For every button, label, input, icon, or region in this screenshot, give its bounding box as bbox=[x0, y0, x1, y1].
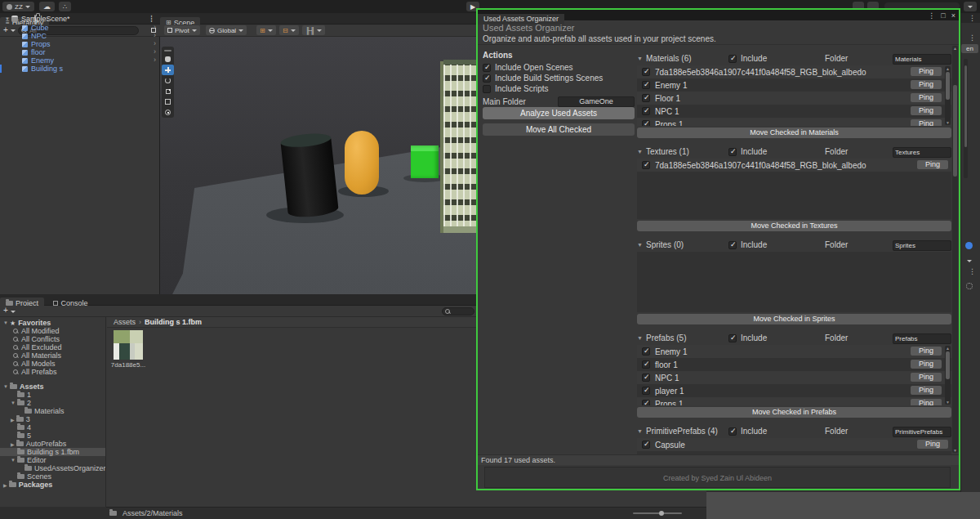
asset-row-enemy-1[interactable]: Enemy 1Ping bbox=[637, 345, 951, 358]
drag-handle[interactable] bbox=[164, 50, 172, 51]
asset-row-capsule[interactable]: CapsulePing bbox=[637, 438, 951, 451]
layout-dropdown[interactable] bbox=[964, 2, 977, 11]
thumbnail-zoom-slider[interactable] bbox=[633, 512, 682, 514]
inspector-scrollbar[interactable] bbox=[964, 59, 968, 178]
tree-item-4[interactable]: 4 bbox=[0, 423, 105, 432]
chevron-right-icon[interactable]: › bbox=[154, 56, 156, 64]
list-scrollbar[interactable]: ▲▼ bbox=[945, 346, 951, 405]
foldout-down-icon[interactable]: ▼ bbox=[11, 458, 16, 463]
include-checkbox[interactable] bbox=[728, 427, 737, 436]
scale-tool-button[interactable] bbox=[162, 86, 174, 96]
asset-row-floor-1[interactable]: floor 1Ping bbox=[637, 358, 951, 371]
menu-icon[interactable]: ⋮ bbox=[969, 268, 976, 275]
tree-item-scenes[interactable]: Scenes bbox=[0, 472, 105, 481]
checkbox[interactable] bbox=[642, 81, 650, 89]
action-include-open-scenes[interactable]: Include Open Scenes bbox=[483, 62, 635, 73]
hierarchy-item-npc[interactable]: NPC› bbox=[0, 32, 159, 40]
measure-dropdown[interactable]: ╟╢ bbox=[302, 25, 325, 35]
asset-row-props-1[interactable]: Props 1Ping bbox=[637, 397, 951, 405]
menu-icon[interactable]: ⋮ bbox=[969, 34, 976, 42]
checkbox[interactable] bbox=[483, 64, 491, 72]
foldout-down-icon[interactable]: ▼ bbox=[637, 149, 643, 154]
chevron-right-icon[interactable]: › bbox=[154, 23, 156, 31]
ping-button[interactable]: Ping bbox=[917, 160, 948, 169]
action-include-build-settings-scenes[interactable]: Include Build Settings Scenes bbox=[483, 73, 635, 83]
scene-menu-icon[interactable]: ⋮ bbox=[148, 16, 155, 23]
open-button-partial[interactable]: en bbox=[961, 44, 978, 53]
move-checked-button-materials-6[interactable]: Move Checked in Materials bbox=[637, 128, 951, 138]
ping-button[interactable]: Ping bbox=[911, 106, 942, 115]
account-button[interactable]: ZZ bbox=[2, 2, 34, 11]
checkbox[interactable] bbox=[642, 120, 650, 126]
slider-knob[interactable] bbox=[659, 511, 664, 516]
scroll-down-icon[interactable]: ▼ bbox=[952, 448, 958, 453]
ping-button[interactable]: Ping bbox=[911, 80, 942, 89]
foldout-down-icon[interactable]: ▼ bbox=[637, 428, 643, 434]
add-button[interactable]: + bbox=[3, 306, 8, 315]
foldout-down-icon[interactable]: ▼ bbox=[5, 16, 10, 21]
include-checkbox[interactable] bbox=[728, 55, 737, 63]
foldout-down-icon[interactable]: ▼ bbox=[637, 335, 643, 341]
packages-root[interactable]: ▶ Packages bbox=[0, 481, 105, 489]
maximize-icon[interactable]: □ bbox=[941, 11, 945, 20]
ping-button[interactable]: Ping bbox=[911, 93, 942, 102]
cloud-button[interactable]: ☁ bbox=[39, 2, 55, 11]
menu-icon[interactable]: ⋮ bbox=[969, 15, 976, 22]
tree-item-usedassetsorganizer[interactable]: UsedAssetsOrganizer bbox=[0, 464, 105, 472]
asset-row-npc-1[interactable]: NPC 1Ping bbox=[637, 371, 951, 384]
ping-button[interactable]: Ping bbox=[911, 373, 942, 382]
tree-item-2[interactable]: ▼2 bbox=[0, 399, 105, 407]
favorite-item-all-materials[interactable]: All Materials bbox=[0, 351, 105, 360]
hand-tool-button[interactable] bbox=[162, 54, 174, 65]
foldout-right-icon[interactable]: ▶ bbox=[3, 482, 7, 488]
checkbox[interactable] bbox=[642, 374, 650, 382]
checkbox[interactable] bbox=[642, 161, 650, 169]
capsule-model[interactable] bbox=[345, 131, 379, 195]
checkbox[interactable] bbox=[642, 68, 650, 76]
asset-row-npc-1[interactable]: NPC 1Ping bbox=[637, 105, 951, 118]
chevron-right-icon[interactable]: › bbox=[154, 31, 156, 39]
checkbox[interactable] bbox=[642, 94, 650, 102]
include-checkbox[interactable] bbox=[728, 241, 737, 249]
hierarchy-item-building-s[interactable]: Building s bbox=[0, 65, 159, 73]
tree-item-editor[interactable]: ▼Editor bbox=[0, 456, 105, 464]
checkbox[interactable] bbox=[642, 347, 650, 356]
scroll-up-icon[interactable]: ▲ bbox=[945, 346, 951, 351]
asset-thumbnail[interactable] bbox=[114, 330, 143, 360]
foldout-down-icon[interactable]: ▼ bbox=[637, 56, 643, 61]
folder-field[interactable] bbox=[893, 147, 951, 158]
include-checkbox[interactable] bbox=[728, 334, 737, 342]
chevron-down-icon[interactable] bbox=[11, 311, 16, 313]
rect-tool-button[interactable] bbox=[162, 96, 174, 107]
move-checked-button-textures-1[interactable]: Move Checked in Textures bbox=[637, 221, 951, 231]
checkbox[interactable] bbox=[642, 441, 650, 449]
checkbox[interactable] bbox=[483, 85, 491, 93]
checkbox[interactable] bbox=[483, 74, 491, 83]
ping-button[interactable]: Ping bbox=[911, 399, 942, 405]
chevron-down-icon[interactable] bbox=[967, 260, 972, 262]
favorite-item-all-models[interactable]: All Models bbox=[0, 360, 105, 368]
favorite-item-all-prefabs[interactable]: All Prefabs bbox=[0, 368, 105, 376]
scrollbar-thumb[interactable] bbox=[953, 85, 957, 177]
action-include-scripts[interactable]: Include Scripts bbox=[483, 83, 635, 94]
scrollbar-thumb[interactable] bbox=[946, 351, 950, 379]
scrollbar-thumb[interactable] bbox=[964, 65, 967, 147]
include-checkbox[interactable] bbox=[728, 148, 737, 156]
ping-button[interactable]: Ping bbox=[911, 360, 942, 369]
asset-row-7da188e5eb3846a1907c441f0a484f58-rgb-blok-albedo[interactable]: 7da188e5eb3846a1907c441f0a484f58_RGB_blo… bbox=[637, 159, 951, 172]
checkbox[interactable] bbox=[642, 387, 650, 395]
cylinder-model[interactable] bbox=[280, 132, 339, 219]
window-menu-icon[interactable]: ⋮ bbox=[928, 11, 935, 20]
foldout-right-icon[interactable]: ▶ bbox=[11, 441, 15, 447]
favorite-item-all-modified[interactable]: All Modified bbox=[0, 327, 105, 335]
increment-snap-dropdown[interactable]: ⊟ bbox=[279, 25, 299, 35]
scroll-up-icon[interactable]: ▲ bbox=[952, 46, 958, 51]
tree-item-materials[interactable]: Materials bbox=[0, 407, 105, 415]
favorites-root[interactable]: ▼ ★ Favorites bbox=[0, 319, 105, 327]
asset-row-7da188e5eb3846a1907c441f0a484f58-rgb-blok-albedo[interactable]: 7da188e5eb3846a1907c441f0a484f58_RGB_blo… bbox=[637, 65, 951, 78]
assets-root[interactable]: ▼ Assets bbox=[0, 383, 105, 391]
foldout-down-icon[interactable]: ▼ bbox=[11, 400, 16, 405]
ping-button[interactable]: Ping bbox=[911, 386, 942, 395]
scroll-down-icon[interactable]: ▼ bbox=[945, 120, 951, 125]
folder-field[interactable] bbox=[893, 427, 951, 437]
